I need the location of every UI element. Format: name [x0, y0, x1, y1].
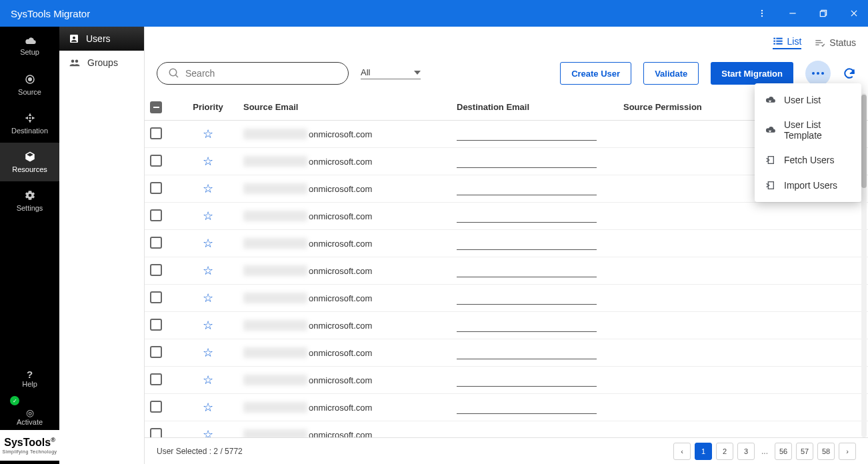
row-checkbox[interactable] [150, 319, 162, 331]
destination-email-input[interactable] [457, 155, 597, 168]
page-56[interactable]: 56 [775, 443, 792, 460]
priority-star[interactable]: ☆ [203, 428, 213, 437]
svg-marker-26 [414, 71, 421, 75]
page-next[interactable]: › [839, 443, 856, 460]
page-2[interactable]: 2 [716, 443, 733, 460]
maximize-button[interactable] [816, 6, 831, 21]
destination-email-input[interactable] [457, 346, 597, 359]
row-checkbox[interactable] [150, 291, 162, 303]
row-checkbox[interactable] [150, 428, 162, 438]
row-checkbox[interactable] [150, 209, 162, 221]
close-button[interactable] [847, 6, 861, 21]
svg-point-28 [817, 72, 819, 75]
svg-line-25 [175, 75, 178, 77]
select-all-checkbox[interactable] [150, 101, 162, 113]
svg-point-14 [75, 60, 79, 63]
table-row: ☆onmicrosoft.com [145, 367, 868, 394]
start-migration-button[interactable]: Start Migration [711, 62, 793, 85]
source-email-cell: onmicrosoft.com [243, 402, 446, 413]
sidebar-item-setup[interactable]: Setup [0, 27, 59, 65]
menu-user-list[interactable]: User List [755, 87, 861, 113]
row-checkbox[interactable] [150, 127, 162, 139]
view-list-tab[interactable]: List [773, 36, 802, 49]
destination-email-input[interactable] [457, 182, 597, 195]
table-row: ☆onmicrosoft.com [145, 421, 868, 438]
sidebar: Setup Source Destination Resources Setti… [0, 27, 59, 464]
subpanel-groups[interactable]: Groups [59, 51, 144, 75]
destination-email-input[interactable] [457, 237, 597, 250]
source-email-cell: onmicrosoft.com [243, 265, 446, 276]
destination-email-input[interactable] [457, 127, 597, 141]
filter-select[interactable]: All [361, 67, 421, 79]
svg-rect-19 [773, 43, 775, 45]
col-destination-email: Destination Email [451, 93, 618, 121]
row-checkbox[interactable] [150, 346, 162, 358]
priority-star[interactable]: ☆ [203, 401, 213, 414]
sidebar-item-settings[interactable]: Settings [0, 181, 59, 220]
destination-email-input[interactable] [457, 373, 597, 387]
row-checkbox[interactable] [150, 155, 162, 167]
priority-star[interactable]: ☆ [203, 237, 213, 250]
priority-star[interactable]: ☆ [203, 291, 213, 305]
source-email-cell: onmicrosoft.com [243, 183, 446, 194]
pagination: ‹ 123 ... 565758 › [673, 443, 856, 460]
page-3[interactable]: 3 [737, 443, 755, 460]
validate-button[interactable]: Validate [643, 62, 699, 85]
minimize-button[interactable] [785, 6, 800, 21]
priority-star[interactable]: ☆ [203, 155, 213, 168]
row-checkbox[interactable] [150, 237, 162, 249]
cloud-icon [23, 36, 37, 45]
view-status-tab[interactable]: Status [815, 36, 856, 49]
destination-email-input[interactable] [457, 264, 597, 277]
row-checkbox[interactable] [150, 373, 162, 385]
priority-star[interactable]: ☆ [203, 264, 213, 277]
row-checkbox[interactable] [150, 264, 162, 276]
more-actions-button[interactable] [805, 61, 831, 86]
page-prev[interactable]: ‹ [673, 443, 691, 460]
subpanel-users[interactable]: Users [59, 27, 144, 51]
search-box[interactable] [157, 62, 349, 85]
sidebar-help[interactable]: ? Help [0, 365, 59, 392]
more-vert-icon[interactable] [755, 6, 769, 21]
table-row: ☆onmicrosoft.com [145, 230, 868, 257]
sidebar-activate[interactable]: ✓ ◎ Activate [0, 392, 59, 430]
menu-import-users[interactable]: Import Users [755, 173, 861, 198]
priority-star[interactable]: ☆ [203, 346, 213, 359]
page-1[interactable]: 1 [695, 443, 712, 460]
priority-star[interactable]: ☆ [203, 373, 213, 387]
row-checkbox[interactable] [150, 401, 162, 413]
destination-email-input[interactable] [457, 428, 597, 437]
page-57[interactable]: 57 [796, 443, 813, 460]
search-icon [168, 67, 180, 79]
priority-star[interactable]: ☆ [203, 182, 213, 195]
sidebar-item-source[interactable]: Source [0, 65, 59, 104]
destination-email-input[interactable] [457, 209, 597, 223]
brand-logo: SysTools® Simplifying Technology [0, 430, 59, 461]
footer: User Selected : 2 / 5772 ‹ 123 ... 56575… [145, 437, 868, 464]
destination-email-input[interactable] [457, 291, 597, 305]
destination-email-input[interactable] [457, 319, 597, 332]
menu-fetch-users[interactable]: Fetch Users [755, 147, 861, 173]
svg-rect-18 [776, 41, 782, 42]
user-icon [69, 33, 79, 44]
page-58[interactable]: 58 [817, 443, 835, 460]
scrollbar[interactable] [861, 93, 867, 437]
source-email-cell: onmicrosoft.com [243, 347, 446, 358]
row-checkbox[interactable] [150, 182, 162, 194]
fetch-icon [764, 154, 776, 166]
create-user-button[interactable]: Create User [560, 62, 631, 85]
svg-point-1 [761, 13, 763, 14]
priority-star[interactable]: ☆ [203, 319, 213, 332]
svg-point-12 [73, 37, 75, 39]
svg-point-24 [169, 69, 177, 76]
refresh-button[interactable] [843, 67, 856, 80]
menu-user-list-template[interactable]: User List Template [755, 113, 861, 147]
svg-point-0 [761, 10, 763, 11]
sidebar-item-resources[interactable]: Resources [0, 143, 59, 181]
priority-star[interactable]: ☆ [203, 127, 213, 141]
sidebar-item-destination[interactable]: Destination [0, 104, 59, 143]
search-input[interactable] [185, 68, 337, 79]
subpanel: Users Groups [59, 27, 145, 464]
destination-email-input[interactable] [457, 401, 597, 414]
priority-star[interactable]: ☆ [203, 209, 213, 223]
